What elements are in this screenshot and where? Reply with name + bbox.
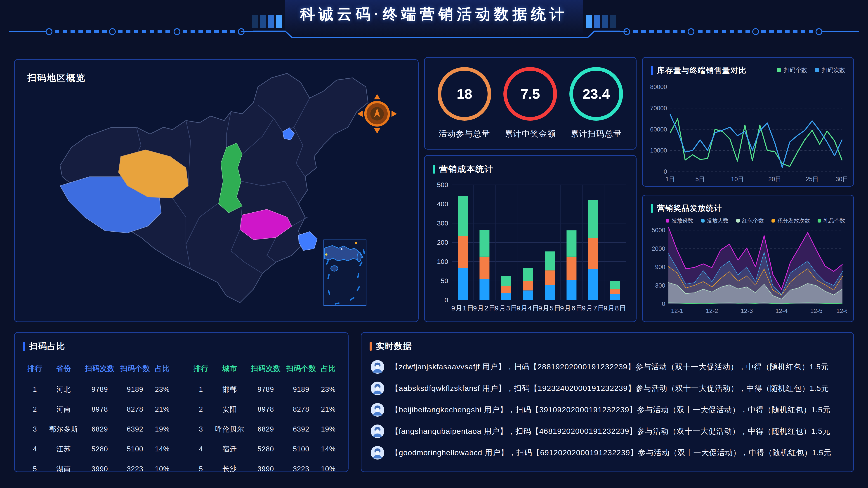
scan-ratio-title: 扫码占比 [29, 340, 65, 352]
table-header-row: 排行省份扫码次数扫码个数占比 [25, 358, 172, 380]
table-header-cell: 占比 [319, 364, 338, 374]
table-header-cell: 城市 [211, 364, 248, 374]
bar-segment[interactable] [479, 279, 489, 300]
legend-item[interactable]: 扫码次数 [815, 66, 845, 74]
realtime-title-bar [370, 342, 372, 351]
table-cell: 9189 [283, 385, 319, 394]
legend-item[interactable]: 红包个数 [736, 217, 764, 224]
legend-item[interactable]: 礼品个数 [817, 217, 845, 224]
table-cell: 3 [191, 425, 211, 433]
table-row: 4宿迁5280510014% [191, 439, 338, 459]
bar-segment[interactable] [479, 230, 489, 257]
table-header-cell: 排行 [191, 364, 211, 374]
table-cell: 4 [25, 445, 45, 453]
bar-segment[interactable] [523, 281, 533, 291]
bar-segment[interactable] [501, 293, 511, 300]
bar-segment[interactable] [610, 281, 620, 289]
table-cell: 8978 [248, 405, 283, 414]
legend-swatch [736, 219, 740, 223]
bar-segment[interactable] [588, 238, 598, 269]
bar-segment[interactable] [523, 268, 533, 281]
legend-swatch [777, 68, 781, 72]
compare-title-bar [651, 66, 653, 75]
table-cell: 9189 [117, 385, 153, 394]
legend-item[interactable]: 发放人数 [701, 217, 728, 224]
svg-text:25日: 25日 [806, 176, 818, 183]
svg-text:200: 200 [437, 238, 448, 246]
prize-area-chart[interactable]: 03009002000500012-112-212-312-412-512-6 [649, 225, 847, 316]
bar-segment[interactable] [588, 269, 598, 300]
legend-item[interactable]: 发放份数 [666, 217, 693, 224]
bar-segment[interactable] [523, 291, 533, 300]
table-row: 3鄂尔多斯6829639219% [25, 419, 172, 439]
province-jiangsu-highlight[interactable] [298, 232, 317, 251]
bar-segment[interactable] [458, 236, 468, 268]
legend-swatch [701, 219, 705, 223]
cost-chart-title: 营销成本统计 [439, 163, 493, 175]
svg-text:60000: 60000 [650, 126, 667, 133]
bar-segment[interactable] [458, 196, 468, 236]
table-cell: 3223 [283, 465, 319, 473]
stat-item-0: 18活动参与总量 [438, 67, 491, 139]
table-cell: 5 [25, 465, 45, 473]
legend-label: 扫码个数 [784, 66, 807, 74]
compare-line-chart[interactable]: 0100006000070000800001日5日10日20日25日30日 [649, 82, 847, 184]
legend-item[interactable]: 扫码个数 [777, 66, 807, 74]
south-china-sea-inset [324, 240, 366, 305]
svg-text:10日: 10日 [731, 176, 744, 183]
table-cell: 5280 [82, 445, 117, 453]
svg-text:1日: 1日 [665, 176, 675, 183]
table-cell: 河南 [45, 404, 82, 414]
bar-segment[interactable] [545, 270, 555, 285]
stat-value: 23.4 [583, 86, 610, 102]
bar-segment[interactable] [588, 200, 598, 238]
prize-chart-panel: 营销奖品发放统计 发放份数发放人数红包个数积分发放次数礼品个数 03009002… [642, 195, 854, 322]
stat-ring: 23.4 [569, 67, 623, 121]
svg-text:0: 0 [664, 168, 667, 175]
bar-segment[interactable] [610, 294, 620, 300]
realtime-list: 【zdwfjanjskfasaavvsafjf 用户】，扫码【288192020… [362, 352, 853, 463]
table-cell: 21% [153, 405, 172, 414]
cost-bar-chart[interactable]: 5004003002001005009月1日9月2日9月3日9月4日9月5日9月… [431, 178, 630, 316]
table-cell: 鄂尔多斯 [45, 424, 82, 434]
line-series[interactable] [670, 115, 842, 167]
table-cell: 14% [153, 445, 172, 453]
svg-text:12-1: 12-1 [671, 307, 683, 314]
bar-segment[interactable] [501, 286, 511, 293]
svg-text:9月6日: 9月6日 [560, 304, 583, 312]
legend-label: 礼品个数 [824, 217, 845, 224]
svg-text:400: 400 [437, 200, 448, 207]
svg-text:9月7日: 9月7日 [582, 304, 604, 312]
legend-label: 扫码次数 [822, 66, 845, 74]
bar-segment[interactable] [501, 276, 511, 286]
svg-text:300: 300 [437, 219, 448, 227]
stat-label: 活动参与总量 [439, 128, 490, 139]
bar-segment[interactable] [545, 252, 555, 270]
table-header-cell: 占比 [153, 364, 172, 374]
realtime-row: 【fangshanqubaipentaoa 用户】，扫码【46819202000… [370, 420, 844, 442]
table-row: 5长沙3990322310% [191, 459, 338, 479]
bar-segment[interactable] [566, 230, 577, 256]
svg-text:12-5: 12-5 [810, 307, 822, 314]
legend-item[interactable]: 积分发放次数 [772, 217, 810, 224]
bar-segment[interactable] [545, 285, 555, 300]
table-cell: 8978 [82, 405, 117, 414]
table-cell: 1 [191, 385, 211, 394]
table-row: 2河南8978827821% [25, 399, 172, 419]
table-cell: 23% [153, 385, 172, 394]
bar-segment[interactable] [610, 289, 620, 294]
table-cell: 5100 [283, 445, 319, 453]
bar-segment[interactable] [479, 257, 489, 279]
realtime-message: 【zdwfjanjskfasaavvsafjf 用户】，扫码【288192020… [391, 362, 829, 372]
table-cell: 5280 [248, 445, 283, 453]
city-table: 排行城市扫码次数扫码个数占比1邯郸9789918923%2安阳897882782… [191, 358, 338, 479]
bar-segment[interactable] [566, 280, 577, 300]
prize-chart-title: 营销奖品发放统计 [657, 203, 722, 214]
user-avatar-icon [370, 446, 384, 460]
china-map[interactable] [15, 60, 418, 322]
table-cell: 1 [25, 385, 45, 394]
bar-segment[interactable] [566, 257, 577, 280]
svg-text:9月8日: 9月8日 [603, 304, 626, 312]
bar-segment[interactable] [458, 268, 468, 300]
legend-label: 发放人数 [707, 217, 728, 224]
